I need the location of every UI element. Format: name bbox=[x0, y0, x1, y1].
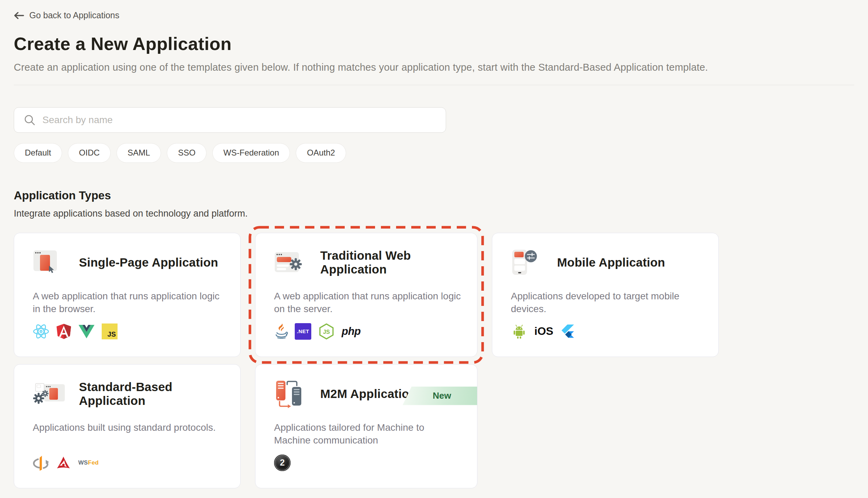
card-title: Standard-Based Application bbox=[79, 380, 222, 408]
card-description: Applications built using standard protoc… bbox=[33, 421, 221, 454]
search-icon bbox=[24, 114, 36, 126]
new-badge: New bbox=[403, 387, 477, 405]
filter-chip-oidc[interactable]: OIDC bbox=[68, 143, 111, 163]
wsfed-icon: WSFed bbox=[78, 459, 99, 466]
card-title: Single-Page Application bbox=[79, 256, 218, 269]
phone-settings-icon bbox=[511, 248, 545, 277]
servers-sync-icon bbox=[274, 379, 309, 408]
page-title: Create a New Application bbox=[14, 33, 854, 54]
application-type-grid: Single-Page Application A web applicatio… bbox=[14, 233, 854, 488]
cell-single-page-application: Single-Page Application A web applicatio… bbox=[14, 233, 241, 357]
card-standard-based-application[interactable]: Standard-Based Application Applications … bbox=[14, 364, 241, 488]
flutter-icon bbox=[560, 324, 574, 339]
react-icon bbox=[33, 324, 49, 339]
php-icon: php bbox=[342, 325, 361, 338]
nodejs-icon-label: JS bbox=[323, 328, 330, 335]
browser-gear-icon bbox=[274, 248, 309, 277]
card-description: A web application that runs application … bbox=[33, 290, 221, 322]
cell-mobile-application: Mobile Application Applications develope… bbox=[492, 233, 719, 357]
android-icon bbox=[511, 323, 527, 339]
card-m2m-application[interactable]: M2M Application New Applications tailore… bbox=[255, 364, 477, 488]
filter-chip-sso[interactable]: SSO bbox=[167, 143, 206, 163]
search-input[interactable] bbox=[42, 114, 437, 126]
java-icon bbox=[274, 323, 288, 340]
oauth2-icon: 2 bbox=[274, 455, 291, 471]
card-header: Single-Page Application bbox=[33, 248, 222, 277]
ios-icon: iOS bbox=[534, 325, 553, 338]
wsfed-icon-fed: Fed bbox=[88, 459, 99, 466]
dotnet-icon-label: .NET bbox=[297, 328, 309, 334]
cell-m2m-application: M2M Application New Applications tailore… bbox=[255, 364, 477, 488]
filter-chip-oauth2[interactable]: OAuth2 bbox=[296, 143, 346, 163]
back-arrow-icon bbox=[14, 11, 24, 20]
card-header: Mobile Application bbox=[511, 248, 700, 277]
cell-standard-based-application: Standard-Based Application Applications … bbox=[14, 364, 241, 488]
card-title: M2M Application bbox=[320, 387, 417, 401]
filter-chips: Default OIDC SAML SSO WS-Federation OAut… bbox=[14, 143, 854, 163]
page-subtitle: Create an application using one of the t… bbox=[14, 62, 854, 73]
filter-chip-saml[interactable]: SAML bbox=[117, 143, 161, 163]
search-box[interactable] bbox=[14, 107, 446, 133]
oauth2-icon-label: 2 bbox=[280, 458, 285, 468]
card-title: Traditional Web Application bbox=[320, 249, 458, 276]
saml-icon bbox=[55, 456, 71, 470]
vue-icon bbox=[78, 324, 95, 339]
card-header: Standard-Based Application bbox=[33, 379, 222, 409]
filter-chip-default[interactable]: Default bbox=[14, 143, 62, 163]
javascript-icon-label: JS bbox=[108, 330, 116, 338]
technology-icons: WSFed bbox=[33, 454, 222, 472]
filter-chip-ws-federation[interactable]: WS-Federation bbox=[212, 143, 290, 163]
browser-cursor-icon bbox=[33, 248, 67, 277]
section-subtitle: Integrate applications based on technolo… bbox=[14, 208, 854, 219]
oidc-icon bbox=[33, 455, 49, 471]
technology-icons: JS bbox=[33, 322, 222, 340]
window-gears-icon bbox=[33, 379, 67, 408]
card-header: Traditional Web Application bbox=[274, 248, 458, 277]
angular-icon bbox=[56, 323, 71, 339]
technology-icons: iOS bbox=[511, 322, 700, 340]
create-application-page: Go back to Applications Create a New App… bbox=[0, 0, 868, 488]
card-description: A web application that runs application … bbox=[274, 290, 462, 322]
card-title: Mobile Application bbox=[557, 256, 665, 269]
card-mobile-application[interactable]: Mobile Application Applications develope… bbox=[492, 233, 719, 357]
technology-icons: 2 bbox=[274, 454, 458, 472]
dotnet-icon: .NET bbox=[295, 323, 311, 340]
back-link-label: Go back to Applications bbox=[29, 10, 119, 20]
section-title: Application Types bbox=[14, 189, 854, 202]
card-description: Applications tailored for Machine to Mac… bbox=[274, 421, 462, 454]
card-single-page-application[interactable]: Single-Page Application A web applicatio… bbox=[14, 233, 241, 357]
back-link[interactable]: Go back to Applications bbox=[14, 10, 119, 20]
cell-traditional-web-application: Traditional Web Application A web applic… bbox=[255, 233, 477, 357]
technology-icons: .NET JS php bbox=[274, 322, 458, 340]
card-description: Applications developed to target mobile … bbox=[511, 290, 699, 322]
javascript-icon: JS bbox=[102, 323, 118, 339]
card-traditional-web-application[interactable]: Traditional Web Application A web applic… bbox=[255, 233, 477, 357]
nodejs-icon: JS bbox=[318, 323, 335, 340]
wsfed-icon-ws: WS bbox=[78, 459, 88, 466]
divider bbox=[14, 85, 854, 85]
